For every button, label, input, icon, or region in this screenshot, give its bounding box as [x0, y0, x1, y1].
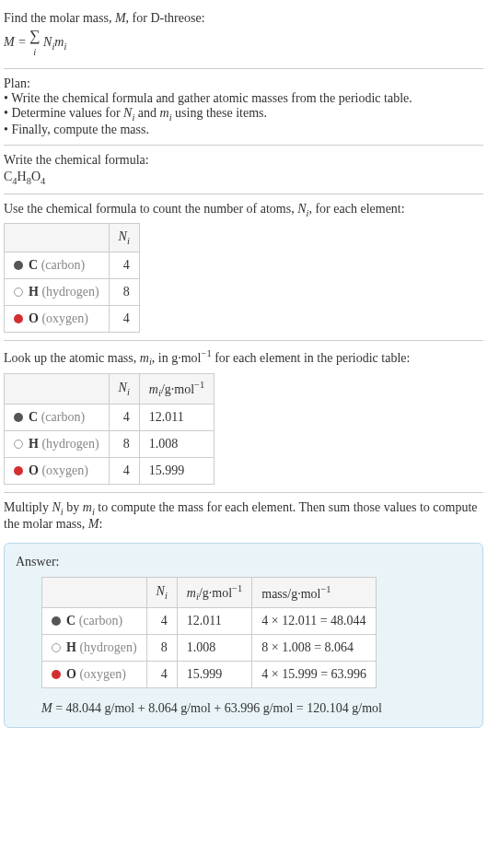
multiply-section: Multiply Ni by mi to compute the mass fo… — [4, 493, 483, 535]
header-mi-var: m — [187, 586, 196, 600]
header-ni-var: N — [119, 381, 127, 394]
cell-element: O (oxygen) — [5, 306, 110, 333]
cell-element: C (carbon) — [5, 252, 110, 279]
cell-ni: 8 — [109, 431, 139, 458]
header-ni-var: N — [119, 229, 127, 243]
cell-element: O (oxygen) — [42, 662, 147, 688]
header-mass-sup: −1 — [320, 584, 330, 594]
intro-section: Find the molar mass, M, for D-threose: M… — [4, 4, 483, 69]
cell-ni: 8 — [146, 635, 177, 662]
table-header-row: Ni mi/g·mol−1 — [5, 373, 215, 404]
header-mi-unit: /g·mol — [161, 381, 194, 395]
elem-name: (carbon) — [41, 258, 85, 272]
elem-name: (hydrogen) — [41, 285, 99, 299]
cell-ni: 4 — [109, 306, 139, 333]
elem-sym: H — [29, 437, 39, 451]
elem-name: (oxygen) — [41, 311, 88, 325]
cell-ni: 4 — [109, 458, 139, 485]
elem-sym: C — [29, 410, 38, 424]
mass-table: Ni mi/g·mol−1 C (carbon) 4 12.011 H (hyd… — [4, 373, 215, 485]
header-mi: mi/g·mol−1 — [139, 373, 214, 404]
plan-item-2mid: and — [134, 106, 159, 120]
header-ni-sub: i — [165, 591, 168, 601]
elem-name: (hydrogen) — [79, 640, 136, 654]
header-ni: Ni — [109, 224, 139, 252]
count-section: Use the chemical formula to count the nu… — [4, 194, 483, 342]
plan-title: Plan: — [4, 76, 483, 91]
formula-mi: m — [54, 35, 64, 49]
count-title-end: , for each element: — [308, 202, 404, 216]
chem-title: Write the chemical formula: — [4, 153, 483, 168]
plan-mi: m — [160, 106, 169, 120]
header-element — [5, 373, 110, 404]
chemical-formula-section: Write the chemical formula: C4H8O4 — [4, 146, 483, 194]
answer-box: Answer: Ni mi/g·mol−1 mass/g·mol−1 C (ca… — [4, 543, 483, 728]
answer-final: M = 48.044 g/mol + 8.064 g/mol + 63.996 … — [41, 701, 471, 716]
intro-var-m: M — [115, 11, 126, 25]
formula-mi-sub: i — [64, 41, 66, 52]
chem-o-n: 4 — [41, 176, 45, 186]
oxygen-dot-icon — [14, 466, 23, 475]
mass-section: Look up the atomic mass, mi, in g·mol−1 … — [4, 341, 483, 493]
mult-b: by — [64, 500, 83, 514]
cell-ni: 4 — [109, 252, 139, 279]
cell-element: H (hydrogen) — [5, 279, 110, 306]
plan-section: Plan: • Write the chemical formula and g… — [4, 69, 483, 146]
plan-item-3: • Finally, compute the mass. — [4, 123, 483, 137]
elem-sym: C — [29, 258, 38, 272]
cell-element: C (carbon) — [5, 405, 110, 431]
table-header-row: Ni mi/g·mol−1 mass/g·mol−1 — [42, 577, 377, 607]
cell-ni: 8 — [109, 279, 139, 306]
header-ni-var: N — [157, 584, 165, 598]
mult-ni: N — [52, 500, 61, 514]
cell-mi: 1.008 — [139, 431, 214, 458]
header-mi-sup: −1 — [232, 583, 242, 593]
header-mi-var: m — [149, 381, 158, 395]
cell-element: H (hydrogen) — [42, 635, 147, 662]
cell-calc: 4 × 15.999 = 63.996 — [252, 662, 377, 688]
header-ni-sub: i — [127, 387, 130, 397]
elem-name: (carbon) — [79, 614, 122, 628]
header-element — [5, 224, 110, 252]
oxygen-dot-icon — [52, 670, 61, 679]
carbon-dot-icon — [14, 413, 23, 422]
header-element — [42, 577, 147, 607]
header-ni: Ni — [109, 373, 139, 404]
cell-element: C (carbon) — [42, 608, 147, 635]
header-ni: Ni — [146, 577, 177, 607]
table-row: O (oxygen) 4 15.999 4 × 15.999 = 63.996 — [42, 662, 377, 688]
molar-mass-formula: M = ∑i Nimi — [4, 28, 483, 59]
carbon-dot-icon — [14, 261, 23, 270]
cell-calc: 4 × 12.011 = 48.044 — [252, 608, 377, 635]
mass-title-end: for each element in the periodic table: — [212, 351, 411, 365]
mass-title-sup: −1 — [201, 348, 211, 358]
elem-name: (carbon) — [41, 410, 85, 424]
chemical-formula: C4H8O4 — [4, 170, 483, 186]
intro-line1-end: , for D-threose: — [126, 11, 205, 25]
header-mi-unit: /g·mol — [199, 586, 232, 600]
chem-c: C — [4, 170, 12, 183]
table-row: H (hydrogen) 8 1.008 8 × 1.008 = 8.064 — [42, 635, 377, 662]
plan-item-2: • Determine values for Ni and mi using t… — [4, 106, 483, 123]
elem-sym: H — [29, 285, 39, 299]
mass-title-var: m — [140, 351, 149, 365]
intro-text: Find the molar mass, M, for D-threose: — [4, 11, 483, 26]
cell-ni: 4 — [146, 608, 177, 635]
elem-sym: O — [29, 311, 39, 325]
cell-mi: 12.011 — [139, 405, 214, 431]
carbon-dot-icon — [52, 616, 61, 626]
oxygen-dot-icon — [14, 314, 23, 323]
cell-mi: 15.999 — [139, 458, 214, 485]
formula-ni: N — [41, 35, 52, 49]
hydrogen-dot-icon — [52, 643, 61, 652]
count-table: Ni C (carbon) 4 H (hydrogen) 8 O (oxygen… — [4, 223, 140, 333]
elem-name: (oxygen) — [41, 463, 88, 477]
hydrogen-dot-icon — [14, 440, 23, 449]
cell-ni: 4 — [146, 662, 177, 688]
plan-item-2end: using these items. — [172, 106, 267, 120]
hydrogen-dot-icon — [14, 287, 23, 297]
answer-table: Ni mi/g·mol−1 mass/g·mol−1 C (carbon) 4 … — [41, 577, 377, 688]
table-row: H (hydrogen) 8 — [5, 279, 140, 306]
mult-m: M — [88, 517, 99, 531]
elem-name: (hydrogen) — [41, 437, 99, 451]
